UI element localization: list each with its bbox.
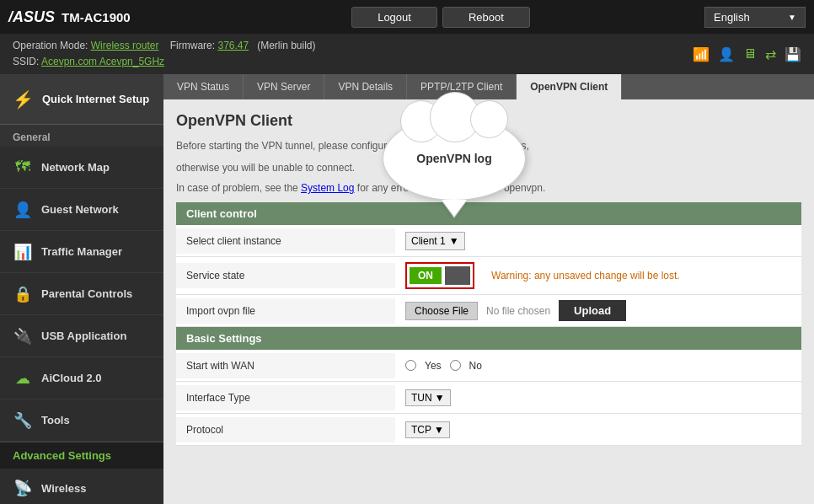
protocol-chevron-icon: ▼ [434, 424, 444, 436]
import-ovpn-label: Import ovpn file [176, 298, 395, 324]
network-map-icon: 🗺 [13, 158, 33, 176]
interface-chevron-icon: ▼ [435, 392, 445, 404]
basic-settings-table: Start with WAN Yes No Interface Type TUN [176, 350, 801, 446]
interface-type-select[interactable]: TUN ▼ [405, 389, 451, 406]
operation-mode-label: Operation Mode: [13, 40, 88, 51]
ssid-label: SSID: [13, 56, 39, 67]
client-control-table: Select client instance Client 1 ▼ Servic… [176, 225, 801, 327]
sidebar-quick-setup[interactable]: ⚡ Quick Internet Setup [0, 74, 163, 125]
logo-area: /ASUS TM-AC1900 [8, 8, 177, 26]
tab-openvpn-client[interactable]: OpenVPN Client [517, 74, 622, 99]
tab-vpn-status[interactable]: VPN Status [163, 74, 244, 99]
sidebar-item-tools[interactable]: 🔧 Tools [0, 399, 163, 442]
wifi-icon: 📶 [693, 46, 710, 62]
interface-type-row: Interface Type TUN ▼ [176, 382, 801, 414]
system-log-link[interactable]: System Log [301, 182, 354, 194]
client-instance-value: Client 1 [411, 235, 446, 247]
interface-type-control: TUN ▼ [395, 384, 801, 411]
reboot-button[interactable]: Reboot [442, 7, 530, 28]
network-icon: ⇄ [765, 46, 776, 62]
ssid-values[interactable]: Acevpn.com Acevpn_5GHz [41, 56, 164, 67]
sidebar-label-usb-application: USB Application [41, 330, 126, 342]
toggle-on-label: ON [410, 267, 442, 284]
sidebar-label-aicloud: AiCloud 2.0 [41, 372, 102, 384]
protocol-select[interactable]: TCP ▼ [405, 421, 450, 438]
sidebar-item-parental-controls[interactable]: 🔒 Parental Controls [0, 273, 163, 315]
usb-icon: 💾 [785, 46, 801, 62]
protocol-label: Protocol [176, 417, 395, 442]
tab-vpn-server[interactable]: VPN Server [244, 74, 324, 99]
main-layout: ⚡ Quick Internet Setup General 🗺 Network… [0, 74, 814, 504]
start-wan-yes-radio[interactable] [405, 360, 416, 371]
protocol-row: Protocol TCP ▼ [176, 414, 801, 446]
model-name: TM-AC1900 [62, 10, 131, 24]
speech-bubble-text: OpenVPN log [416, 152, 491, 165]
service-state-label: Service state [176, 263, 395, 288]
asus-logo: /ASUS [8, 8, 55, 26]
vpn-tabs: VPN Status VPN Server VPN Details PPTP/L… [163, 74, 814, 99]
content-area: VPN Status VPN Server VPN Details PPTP/L… [163, 74, 814, 504]
sidebar-label-network-map: Network Map [41, 161, 110, 174]
sidebar: ⚡ Quick Internet Setup General 🗺 Network… [0, 74, 163, 504]
general-section-label: General [0, 125, 163, 147]
quick-setup-label: Quick Internet Setup [42, 93, 149, 105]
basic-settings-header: Basic Settings [176, 327, 801, 350]
toggle-warning-text: Warning: any unsaved change will be lost… [491, 270, 680, 281]
protocol-value: TCP [411, 424, 431, 436]
sidebar-label-parental-controls: Parental Controls [41, 287, 132, 300]
parental-controls-icon: 🔒 [13, 285, 33, 303]
import-ovpn-control: Choose File No file chosen Upload [395, 295, 801, 326]
sidebar-item-network-map[interactable]: 🗺 Network Map [0, 147, 163, 189]
start-wan-row: Start with WAN Yes No [176, 350, 801, 382]
user-icon: 👤 [718, 46, 735, 62]
service-state-toggle[interactable]: ON [405, 262, 474, 289]
build-label: (Merlin build) [257, 40, 315, 51]
toggle-off-area [445, 266, 470, 285]
content-body: OpenVPN log OpenVPN Client Before starti… [163, 99, 814, 458]
guest-network-icon: 👤 [13, 201, 33, 219]
service-state-row: Service state ON Warning: any unsaved ch… [176, 257, 801, 295]
select-instance-label: Select client instance [176, 228, 395, 254]
start-wan-no-radio[interactable] [450, 360, 461, 371]
sidebar-item-usb-application[interactable]: 🔌 USB Application [0, 315, 163, 357]
interface-type-label: Interface Type [176, 385, 395, 410]
tab-vpn-details[interactable]: VPN Details [324, 74, 407, 99]
select-chevron-icon: ▼ [449, 235, 459, 247]
firmware-value[interactable]: 376.47 [217, 40, 249, 51]
header-buttons: Logout Reboot [177, 7, 704, 28]
sidebar-item-traffic-manager[interactable]: 📊 Traffic Manager [0, 231, 163, 273]
sidebar-item-guest-network[interactable]: 👤 Guest Network [0, 189, 163, 231]
select-instance-row: Select client instance Client 1 ▼ [176, 225, 801, 257]
sub-header-info: Operation Mode: Wireless router Firmware… [13, 38, 316, 70]
wireless-icon: 📡 [13, 479, 33, 497]
header: /ASUS TM-AC1900 Logout Reboot English ▼ [0, 0, 814, 34]
sidebar-label-guest-network: Guest Network [41, 203, 119, 216]
sidebar-label-traffic-manager: Traffic Manager [41, 245, 122, 258]
firmware-label: Firmware: [170, 40, 215, 51]
operation-mode-value[interactable]: Wireless router [91, 40, 159, 51]
no-label: No [469, 360, 482, 372]
start-wan-control: Yes No [395, 355, 801, 377]
client-control-header: Client control [176, 202, 801, 225]
sidebar-item-wireless[interactable]: 📡 Wireless [0, 469, 163, 504]
language-selector[interactable]: English ▼ [704, 7, 806, 28]
logout-button[interactable]: Logout [351, 7, 437, 28]
sidebar-item-aicloud[interactable]: ☁ AiCloud 2.0 [0, 357, 163, 399]
speech-bubble: OpenVPN log [383, 116, 526, 201]
language-label: English [714, 11, 750, 24]
client-instance-select[interactable]: Client 1 ▼ [405, 232, 465, 250]
chevron-down-icon: ▼ [788, 13, 796, 22]
no-file-text: No file chosen [486, 305, 550, 317]
monitor-icon: 🖥 [743, 46, 757, 62]
choose-file-button[interactable]: Choose File [405, 302, 478, 320]
sub-header: Operation Mode: Wireless router Firmware… [0, 34, 814, 74]
advanced-settings-label[interactable]: Advanced Settings [0, 442, 163, 469]
yes-label: Yes [425, 360, 442, 372]
tools-icon: 🔧 [13, 411, 33, 430]
select-instance-control: Client 1 ▼ [395, 227, 801, 255]
start-wan-label: Start with WAN [176, 353, 395, 378]
upload-button[interactable]: Upload [559, 300, 626, 321]
sub-header-icons: 📶 👤 🖥 ⇄ 💾 [693, 46, 801, 62]
traffic-manager-icon: 📊 [13, 243, 33, 261]
import-ovpn-row: Import ovpn file Choose File No file cho… [176, 295, 801, 327]
